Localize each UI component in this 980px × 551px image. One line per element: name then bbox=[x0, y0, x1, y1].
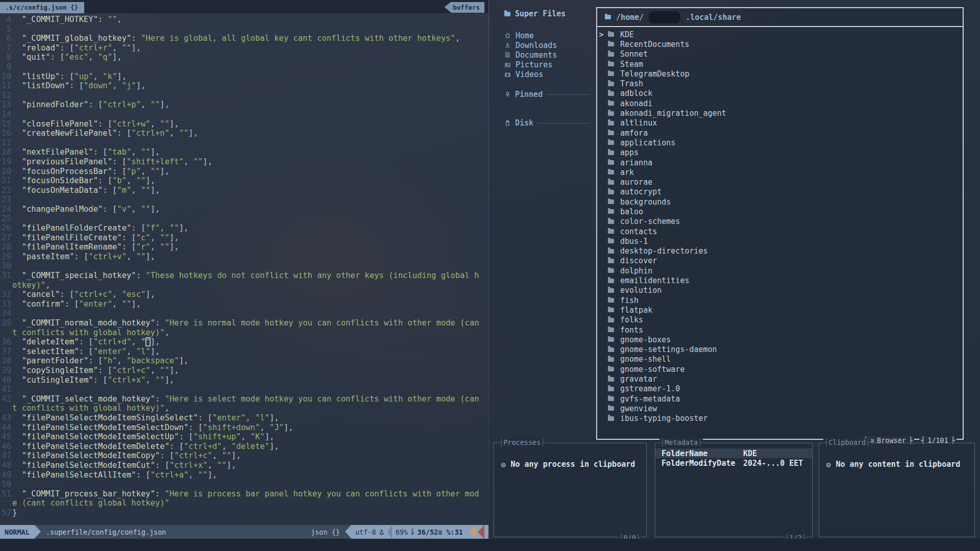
file-row[interactable]: adblock bbox=[597, 89, 963, 98]
file-row[interactable]: folks bbox=[597, 315, 963, 325]
code-line[interactable]: 18 "nextFilePanel": ["tab", ""], bbox=[0, 147, 488, 157]
sidebar-item-videos[interactable]: Videos bbox=[504, 70, 590, 80]
file-row[interactable]: emailidentities bbox=[597, 276, 963, 285]
buffers-badge[interactable]: buffers bbox=[451, 2, 484, 13]
line-number: 4 bbox=[0, 15, 11, 24]
file-row[interactable]: RecentDocuments bbox=[597, 39, 963, 49]
code-line[interactable]: 49 "filePanelSelectAllItem": ["ctrl+a", … bbox=[0, 470, 488, 480]
sidebar-item-downloads[interactable]: Downloads bbox=[504, 40, 590, 50]
sidebar-item-documents[interactable]: Documents bbox=[504, 50, 590, 60]
code-line[interactable]: 16 "createNewFilePanel": ["ctrl+n", ""], bbox=[0, 129, 488, 138]
code-line[interactable]: 11 "listDown": ["down", "j"], bbox=[0, 81, 488, 91]
code-line[interactable]: 47 "filePanelSelectModeItemCopy": ["ctrl… bbox=[0, 451, 488, 461]
file-row[interactable]: gnome-boxes bbox=[597, 335, 963, 344]
code-line[interactable]: 34 bbox=[0, 309, 488, 318]
code-line[interactable]: 8 "quit": ["esc", "q"], bbox=[0, 53, 488, 62]
file-row[interactable]: backgrounds bbox=[597, 197, 963, 207]
code-line[interactable]: 28 "filePanelItemRename": ["r", ""], bbox=[0, 242, 488, 252]
code-line[interactable]: 14 bbox=[0, 110, 488, 119]
file-row[interactable]: applications bbox=[597, 138, 963, 147]
code-line[interactable]: 6 "_COMMIT_global_hotkey": "Here is glob… bbox=[0, 34, 488, 43]
file-row[interactable]: Trash bbox=[597, 79, 963, 88]
file-row[interactable]: arianna bbox=[597, 158, 963, 167]
file-row[interactable]: fish bbox=[597, 295, 963, 305]
code-line[interactable]: 30 bbox=[0, 261, 488, 271]
path-bar[interactable]: /home/ .local/share bbox=[597, 8, 963, 27]
code-line[interactable]: 5 bbox=[0, 24, 488, 34]
code-line[interactable]: 33 "confirm": ["enter", ""], bbox=[0, 299, 488, 309]
file-row[interactable]: baloo bbox=[597, 207, 963, 216]
file-row[interactable]: contacts bbox=[597, 227, 963, 236]
code-line[interactable]: 44 "filePanelSelectModeItemSelectDown": … bbox=[0, 423, 488, 433]
code-line[interactable]: 31 "_COMMIT_special_hotkey": "These hotk… bbox=[0, 271, 488, 290]
code-line[interactable]: 17 bbox=[0, 138, 488, 148]
file-row[interactable]: gnome-settings-daemon bbox=[597, 345, 963, 355]
file-row[interactable]: dolphin bbox=[597, 266, 963, 276]
file-row[interactable]: discover bbox=[597, 256, 963, 266]
file-row[interactable]: evolution bbox=[597, 286, 963, 295]
code-line[interactable]: 37 "selectItem": ["enter", "l"], bbox=[0, 347, 488, 357]
file-row[interactable]: gravatar bbox=[597, 374, 963, 384]
file-row[interactable]: color-schemes bbox=[597, 217, 963, 227]
code-line[interactable]: 51 "_COMMIT_process_bar_hotkey": "Here i… bbox=[0, 489, 488, 508]
code-line[interactable]: 23 bbox=[0, 195, 488, 205]
file-row[interactable]: apps bbox=[597, 148, 963, 158]
file-row[interactable]: ark bbox=[597, 167, 963, 177]
code-line[interactable]: 13 "pinnedFolder": ["ctrl+p", ""], bbox=[0, 100, 488, 110]
code-line[interactable]: 24 "changePanelMode": ["v", ""], bbox=[0, 205, 488, 214]
code-area[interactable]: 4 "_COMMIT_HOTKEY": "",56 "_COMMIT_globa… bbox=[0, 13, 488, 517]
code-line[interactable]: 39 "copySingleItem": ["ctrl+c", ""], bbox=[0, 366, 488, 375]
sidebar-item-pictures[interactable]: Pictures bbox=[504, 60, 590, 70]
code-line[interactable]: 27 "filePanelFileCreate": ["c", ""], bbox=[0, 233, 488, 243]
code-line[interactable]: 20 "focusOnProcessBar": ["p", ""], bbox=[0, 167, 488, 177]
code-line[interactable]: 26 "filePanelFolderCreate": ["f", ""], bbox=[0, 223, 488, 233]
code-line[interactable]: 46 "filePanelSelectModeItemDelete": ["ct… bbox=[0, 442, 488, 452]
file-row[interactable]: aurorae bbox=[597, 177, 963, 187]
file-row[interactable]: amfora bbox=[597, 128, 963, 138]
code-line[interactable]: 4 "_COMMIT_HOTKEY": "", bbox=[0, 15, 488, 24]
file-row[interactable]: fonts bbox=[597, 325, 963, 335]
code-line[interactable]: 50 bbox=[0, 480, 488, 489]
code-line[interactable]: 7 "reload": ["ctrl+r", ""], bbox=[0, 43, 488, 53]
code-line[interactable]: 25 bbox=[0, 214, 488, 223]
code-line[interactable]: 21 "focusOnSideBar": ["b", ""], bbox=[0, 176, 488, 186]
code-line[interactable]: 48 "filePanelSelectModeItemCut": ["ctrl+… bbox=[0, 461, 488, 470]
file-row[interactable]: dbus-1 bbox=[597, 236, 963, 246]
file-row[interactable]: ibus-typing-booster bbox=[597, 414, 963, 423]
file-row[interactable]: gnome-shell bbox=[597, 355, 963, 364]
code-line[interactable]: 22 "focusOnMetaData": ["m", ""], bbox=[0, 186, 488, 195]
desktop: .s/c/config.json {} buffers 4 "_COMMIT_H… bbox=[0, 0, 980, 551]
code-line[interactable]: 19 "previousFilePanel": ["shift+left", "… bbox=[0, 157, 488, 167]
code-line[interactable]: 52} bbox=[0, 508, 488, 518]
code-line[interactable]: 9 bbox=[0, 62, 488, 72]
code-line[interactable]: 43 "filePanelSelectModeItemSingleSelect"… bbox=[0, 413, 488, 423]
file-row[interactable]: Steam bbox=[597, 59, 963, 69]
code-line[interactable]: 40 "cutSingleItem": ["ctrl+x", ""], bbox=[0, 375, 488, 385]
tab-config-json[interactable]: .s/c/config.json {} bbox=[0, 2, 84, 13]
file-row[interactable]: gnome-software bbox=[597, 364, 963, 374]
file-row[interactable]: autocrypt bbox=[597, 187, 963, 197]
code-line[interactable]: 35 "_COMMIT_normal_mode_hotkey": "Here i… bbox=[0, 318, 488, 337]
code-line[interactable]: 32 "cancel": ["ctrl+c", "esc"], bbox=[0, 290, 488, 299]
file-row[interactable]: gvfs-metadata bbox=[597, 394, 963, 404]
code-line[interactable]: 36 "deleteItem": ["ctrl+d", ""], bbox=[0, 337, 488, 347]
code-line[interactable]: 15 "closeFilePanel": ["ctrl+w", ""], bbox=[0, 119, 488, 129]
file-row[interactable]: gwenview bbox=[597, 404, 963, 413]
code-line[interactable]: 45 "filePanelSelectModeItemSelectUp": ["… bbox=[0, 432, 488, 442]
file-row[interactable]: flatpak bbox=[597, 305, 963, 315]
file-row[interactable]: desktop-directories bbox=[597, 246, 963, 256]
sidebar-item-home[interactable]: Home bbox=[504, 31, 590, 40]
file-row[interactable]: altlinux bbox=[597, 118, 963, 128]
file-row[interactable]: akonadi bbox=[597, 98, 963, 108]
code-line[interactable]: 12 bbox=[0, 91, 488, 101]
file-row[interactable]: akonadi_migration_agent bbox=[597, 108, 963, 118]
file-row[interactable]: TelegramDesktop bbox=[597, 69, 963, 79]
code-line[interactable]: 42 "_COMMIT_select_mode_hotkey": "Here i… bbox=[0, 394, 488, 413]
code-line[interactable]: 41 bbox=[0, 385, 488, 394]
file-row[interactable]: gstreamer-1.0 bbox=[597, 384, 963, 394]
file-row[interactable]: >KDE bbox=[597, 30, 963, 39]
code-line[interactable]: 38 "parentFolder": ["h", "backspace"], bbox=[0, 356, 488, 366]
code-line[interactable]: 10 "listUp": ["up", "k"], bbox=[0, 72, 488, 82]
file-row[interactable]: Sonnet bbox=[597, 49, 963, 59]
code-line[interactable]: 29 "pasteItem": ["ctrl+v", ""], bbox=[0, 252, 488, 262]
